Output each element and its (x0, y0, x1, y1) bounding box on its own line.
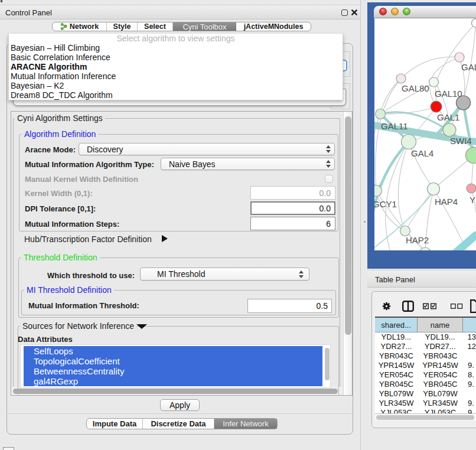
svg-text:GAL2: GAL2 (461, 62, 476, 72)
svg-text:YB: YB (470, 195, 476, 205)
svg-text:GAL4: GAL4 (411, 148, 433, 158)
svg-text:GAL10: GAL10 (435, 89, 462, 99)
svg-text:GCY1: GCY1 (374, 199, 397, 209)
svg-text:HAP2: HAP2 (406, 235, 429, 245)
svg-text:GAL80: GAL80 (402, 83, 429, 93)
svg-text:HAP4: HAP4 (435, 197, 458, 207)
svg-text:GAL1: GAL1 (437, 112, 459, 122)
svg-text:GAL11: GAL11 (381, 121, 408, 131)
svg-text:SWI4: SWI4 (450, 136, 472, 146)
